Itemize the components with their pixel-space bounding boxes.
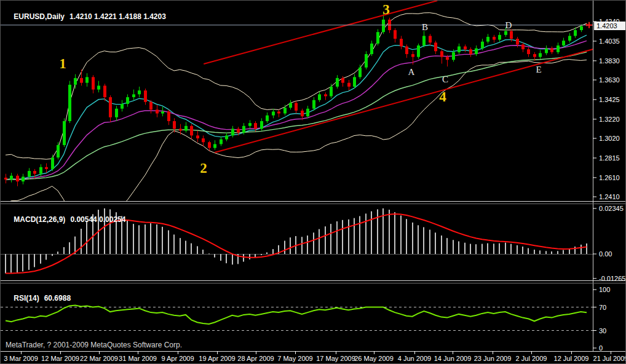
macd-histogram-bar <box>336 221 338 254</box>
price-tick-label: 1.2610 <box>599 174 620 181</box>
candle-body <box>359 68 362 77</box>
macd-histogram-bar <box>528 248 529 254</box>
macd-histogram-bar <box>319 229 320 254</box>
candle-body <box>115 109 118 117</box>
macd-histogram-bar <box>441 235 442 254</box>
candle-body <box>144 90 147 102</box>
candle-body <box>109 97 112 117</box>
macd-histogram-bar <box>481 244 483 254</box>
candle-body <box>277 111 280 113</box>
macd-histogram-bar <box>220 254 221 261</box>
macd-histogram-bar <box>534 250 535 254</box>
chart-canvas[interactable] <box>1 1 626 364</box>
price-tick-label: 1.4035 <box>599 38 620 45</box>
candle-body <box>92 77 95 89</box>
candle-body <box>324 94 327 96</box>
rsi-tick-label: 70 <box>599 304 606 311</box>
candle-body <box>295 103 298 110</box>
time-tick-label: 7 May 2009 <box>277 355 312 362</box>
macd-histogram-bar <box>307 235 308 254</box>
macd-histogram-bar <box>330 224 331 254</box>
macd-histogram-bar <box>249 254 250 259</box>
macd-histogram-bar <box>168 231 169 254</box>
macd-histogram-bar <box>156 224 157 254</box>
macd-histogram-bar <box>138 225 140 254</box>
symbol-period-label: EURUSD,Daily <box>14 12 65 21</box>
candle-body <box>85 77 89 82</box>
macd-histogram-bar <box>313 232 314 254</box>
time-tick-label: 3 Mar 2009 <box>4 355 38 362</box>
time-tick-label: 19 Apr 2009 <box>199 355 235 362</box>
macd-histogram-bar <box>464 243 466 254</box>
candlestick-layer <box>4 12 588 186</box>
candle-body <box>498 35 501 40</box>
macd-histogram-bar <box>475 244 477 254</box>
macd-histogram-bar <box>63 247 65 254</box>
candle-body <box>179 129 182 130</box>
ohlc-quote-label: 1.4210 1.4221 1.4188 1.4203 <box>69 12 166 21</box>
candle-body <box>213 144 216 148</box>
macd-histogram-bar <box>563 250 564 254</box>
time-tick-label: 31 Mar 2009 <box>119 355 157 362</box>
candle-body <box>149 102 153 109</box>
candle-body <box>45 167 48 169</box>
macd-histogram-bar <box>197 246 198 254</box>
candle-body <box>580 26 583 30</box>
time-tick-label: 14 Jun 2009 <box>434 355 472 362</box>
macd-histogram-bar <box>301 237 303 254</box>
macd-histogram-bar <box>28 254 30 270</box>
macd-histogram-bar <box>266 252 267 254</box>
macd-histogram-bar <box>586 243 587 254</box>
candle-body <box>516 39 519 44</box>
macd-histogram-bar <box>517 245 518 254</box>
macd-histogram-bar <box>470 244 471 254</box>
candle-body <box>440 51 443 57</box>
price-tick-label: 1.3830 <box>599 57 620 65</box>
ma-line-40 <box>6 52 587 180</box>
candle-body <box>550 49 553 52</box>
current-price-tag: 1.4203 <box>594 22 626 30</box>
time-tick-label: 2 Jul 2009 <box>516 355 547 362</box>
macd-histogram-bar <box>226 254 227 263</box>
candle-body <box>184 126 188 131</box>
time-tick-label: 12 Jul 2009 <box>554 355 589 362</box>
macd-histogram-bar <box>34 254 35 267</box>
metatrader-watermark: MetaTrader, ? 2001-2009 MetaQuotes Softw… <box>6 341 182 349</box>
macd-histogram-bar <box>557 251 558 254</box>
macd-histogram-bar <box>348 220 349 254</box>
time-tick-label: 17 May 2009 <box>316 355 355 362</box>
candle-body <box>196 135 199 138</box>
macd-histogram-bar <box>377 209 378 254</box>
candle-body <box>429 36 432 42</box>
macd-histogram-bar <box>505 243 506 254</box>
candle-body <box>68 85 71 121</box>
candle-body <box>97 85 100 89</box>
candle-body <box>469 49 472 54</box>
macd-histogram-bar <box>180 238 181 254</box>
candle-body <box>208 142 211 148</box>
main-chart-layer[interactable] <box>1 1 626 223</box>
time-tick-label: 9 Apr 2009 <box>161 355 194 362</box>
candle-body <box>312 100 315 109</box>
candle-body <box>80 78 83 83</box>
candle-body <box>510 31 513 39</box>
trendline-1 <box>204 1 437 64</box>
rsi-panel-layer[interactable] <box>1 306 593 331</box>
candle-body <box>486 37 489 42</box>
candle-body <box>557 46 560 52</box>
macd-histogram-bar <box>453 240 454 254</box>
macd-histogram-bar <box>371 212 372 254</box>
candle-body <box>156 109 159 113</box>
macd-histogram-bar <box>10 254 12 273</box>
rsi-line <box>6 306 587 324</box>
annotation-4: 4 <box>439 89 446 105</box>
mt4-chart-window: EURUSD,Daily1.4210 1.4221 1.4188 1.4203 … <box>0 0 626 364</box>
macd-histogram-bar <box>423 227 424 254</box>
macd-tick-label: 0.00 <box>599 250 612 258</box>
candle-body <box>504 31 507 35</box>
macd-histogram-bar <box>127 221 128 254</box>
candle-body <box>394 30 397 39</box>
macd-histogram-bar <box>81 229 82 254</box>
candle-body <box>365 54 368 68</box>
price-tick-label: 1.2410 <box>599 193 620 200</box>
